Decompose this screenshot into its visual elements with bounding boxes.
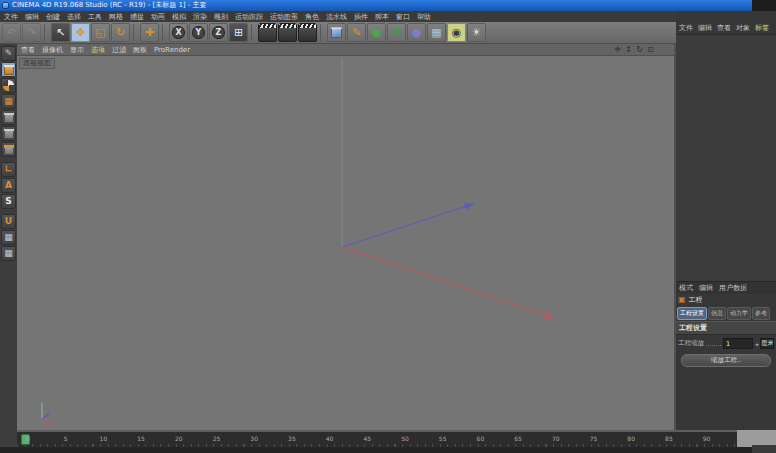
menu-item[interactable]: 窗口 (396, 12, 410, 22)
object-manager-menu-item[interactable]: 查看 (717, 23, 731, 33)
menu-item[interactable]: 文件 (4, 12, 18, 22)
menu-item[interactable]: 插件 (354, 12, 368, 22)
render-picture-viewer-icon[interactable] (278, 23, 297, 42)
world-axes (17, 44, 674, 430)
workplane-lock-icon[interactable]: ▦ (1, 246, 16, 261)
section-header[interactable]: 工程设置 (676, 321, 776, 335)
menu-item[interactable]: 帮助 (417, 12, 431, 22)
menu-item[interactable]: 角色 (305, 12, 319, 22)
render-settings-icon[interactable] (298, 23, 317, 42)
title-bar[interactable]: CINEMA 4D R19.068 Studio (RC - R19) - [未… (0, 0, 752, 11)
object-manager-menu-item[interactable]: 标签 (755, 23, 769, 33)
timeline-tick-label: 80 (627, 435, 635, 442)
timeline-tick-label: 60 (477, 435, 485, 442)
object-manager-area[interactable] (676, 34, 776, 282)
subdivision-surface-icon[interactable]: ● (367, 23, 386, 42)
spline-pen-icon[interactable]: ✎ (347, 23, 366, 42)
timeline-tick-label: 90 (703, 435, 711, 442)
menu-item[interactable]: 流水线 (326, 12, 347, 22)
menu-item[interactable]: 模拟 (172, 12, 186, 22)
menu-item[interactable]: 运动图形 (270, 12, 298, 22)
x-axis-line (342, 247, 553, 318)
timeline-ruler[interactable]: 051015202530354045505560657075808590 (17, 430, 737, 447)
menu-item[interactable]: 脚本 (375, 12, 389, 22)
timeline-tick-label: 70 (552, 435, 560, 442)
menu-item[interactable]: 运动跟踪 (235, 12, 263, 22)
timeline-tick-label: 40 (326, 435, 334, 442)
last-tool-icon[interactable]: ✚ (140, 23, 159, 42)
dotted-leader (706, 341, 721, 346)
coordinate-system-icon[interactable]: ⊞ (229, 23, 248, 42)
timeline-tick-label: 5 (64, 435, 68, 442)
undo-icon[interactable]: ↶ (2, 23, 21, 42)
environment-icon[interactable]: ▦ (427, 23, 446, 42)
object-manager-menu-item[interactable]: 文件 (679, 23, 693, 33)
project-scale-input[interactable] (723, 338, 753, 349)
main-toolbar: ↶↷↖✥◱↻✚XYZ⊞✎●✿●▦◉☀ (0, 22, 676, 44)
toolbar-separator (251, 24, 255, 41)
attribute-manager-menu: 模式编辑用户数据 (676, 282, 776, 294)
object-manager-menu-item[interactable]: 编辑 (698, 23, 712, 33)
scale-tool-icon[interactable]: ◱ (91, 23, 110, 42)
attribute-manager-menu-item[interactable]: 用户数据 (719, 283, 747, 293)
scale-project-button[interactable]: 缩放工程.. (681, 354, 771, 367)
timeline-tick-label: 30 (250, 435, 258, 442)
render-view-icon[interactable] (258, 23, 277, 42)
menu-item[interactable]: 捕捉 (130, 12, 144, 22)
spinner-icon[interactable]: ◂▸ (755, 341, 758, 347)
unit-dropdown[interactable]: 厘米 (760, 338, 774, 349)
left-mode-palette: ✎▦∟ASU▦▦ (0, 44, 17, 453)
mograph-icon[interactable]: ✿ (387, 23, 406, 42)
right-panel: 文件编辑查看对象标签 模式编辑用户数据 ▣ 工程 工程设置信息动力学参考 工程设… (676, 11, 776, 430)
cube-primitive-icon[interactable] (327, 23, 346, 42)
x-axis-lock-icon[interactable]: X (169, 23, 188, 42)
menu-item[interactable]: 选择 (67, 12, 81, 22)
menu-item[interactable]: 动画 (151, 12, 165, 22)
texture-mode-icon[interactable] (1, 78, 16, 93)
attribute-panel-title: 工程 (689, 295, 703, 305)
timeline-tick-label: 65 (514, 435, 522, 442)
attribute-tab[interactable]: 参考 (752, 307, 770, 320)
edges-mode-icon[interactable] (1, 126, 16, 141)
project-scale-row: 工程缩放 ◂▸ 厘米 (676, 335, 776, 351)
z-axis-line (342, 204, 473, 247)
menu-item[interactable]: 网格 (109, 12, 123, 22)
auto-switch-mode-icon[interactable]: A (1, 178, 16, 193)
camera-icon[interactable]: ◉ (447, 23, 466, 42)
menu-item[interactable]: 渲染 (193, 12, 207, 22)
app-icon (2, 2, 9, 9)
make-editable-icon[interactable]: ✎ (1, 46, 16, 61)
menu-item[interactable]: 创建 (46, 12, 60, 22)
rotate-tool-icon[interactable]: ↻ (111, 23, 130, 42)
attribute-manager-menu-item[interactable]: 模式 (679, 283, 693, 293)
points-mode-icon[interactable] (1, 110, 16, 125)
enable-axis-icon[interactable]: ∟ (1, 162, 16, 177)
menu-item[interactable]: 编辑 (25, 12, 39, 22)
project-icon: ▣ (678, 296, 686, 304)
magnet-quantize-icon[interactable]: U (1, 214, 16, 229)
y-axis-lock-icon[interactable]: Y (189, 23, 208, 42)
snap-icon[interactable]: S (1, 194, 16, 209)
menu-item[interactable]: 雕刻 (214, 12, 228, 22)
attribute-tab[interactable]: 信息 (708, 307, 726, 320)
timeline-tick-label: 0 (26, 435, 30, 442)
timeline-tick-label: 25 (213, 435, 221, 442)
object-manager-menu-item[interactable]: 对象 (736, 23, 750, 33)
attribute-tab[interactable]: 动力学 (727, 307, 751, 320)
attribute-tab[interactable]: 工程设置 (677, 307, 707, 320)
live-selection-icon[interactable]: ↖ (51, 23, 70, 42)
deformer-icon[interactable]: ● (407, 23, 426, 42)
object-manager-menu: 文件编辑查看对象标签 (676, 21, 776, 34)
polygons-mode-icon[interactable] (1, 142, 16, 157)
light-icon[interactable]: ☀ (467, 23, 486, 42)
move-tool-icon[interactable]: ✥ (71, 23, 90, 42)
workplane-grid-icon[interactable]: ▦ (1, 230, 16, 245)
attribute-manager-menu-item[interactable]: 编辑 (699, 283, 713, 293)
redo-icon[interactable]: ↷ (22, 23, 41, 42)
model-mode-icon[interactable] (1, 62, 16, 77)
workplane-mode-icon[interactable]: ▦ (1, 94, 16, 109)
timeline-right-block (752, 445, 776, 453)
perspective-viewport[interactable]: 查看摄像机显示选项过滤面板ProRender ✛↕↻⊡ 透视视图 (17, 44, 674, 430)
menu-item[interactable]: 工具 (88, 12, 102, 22)
z-axis-lock-icon[interactable]: Z (209, 23, 228, 42)
